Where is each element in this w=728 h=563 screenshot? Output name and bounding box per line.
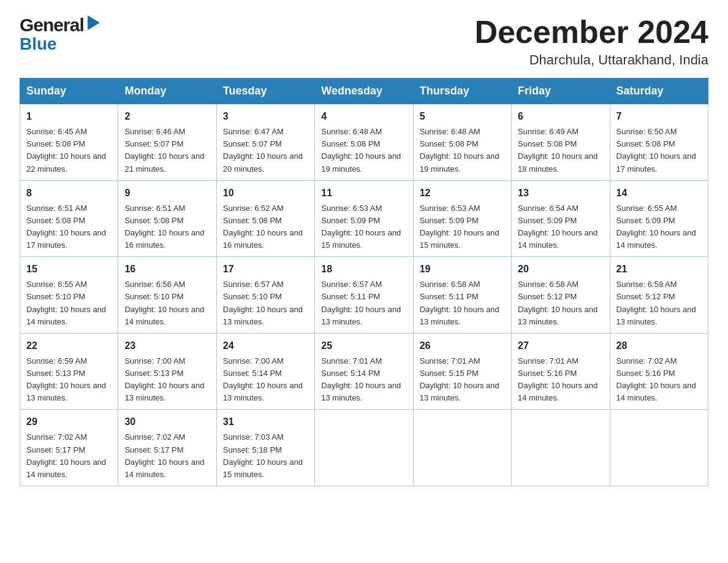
day-number: 11 — [321, 186, 406, 201]
day-number: 4 — [321, 109, 406, 124]
day-number: 31 — [223, 415, 308, 429]
calendar-cell: 18Sunrise: 6:57 AMSunset: 5:11 PMDayligh… — [315, 257, 413, 334]
calendar-table: Sunday Monday Tuesday Wednesday Thursday… — [20, 78, 708, 486]
day-number: 28 — [616, 339, 702, 353]
calendar-cell: 4Sunrise: 6:48 AMSunset: 5:08 PMDaylight… — [315, 104, 413, 181]
logo: General Blue — [20, 15, 100, 53]
calendar-week-4: 22Sunrise: 6:59 AMSunset: 5:13 PMDayligh… — [20, 333, 708, 410]
calendar-cell — [512, 410, 610, 486]
day-number: 13 — [518, 186, 603, 201]
col-monday: Monday — [118, 79, 216, 104]
calendar-cell: 6Sunrise: 6:49 AMSunset: 5:08 PMDaylight… — [512, 104, 610, 181]
day-info: Sunrise: 6:48 AMSunset: 5:08 PMDaylight:… — [420, 126, 505, 175]
col-saturday: Saturday — [610, 79, 708, 104]
day-number: 27 — [518, 339, 603, 353]
day-info: Sunrise: 6:57 AMSunset: 5:11 PMDaylight:… — [321, 278, 406, 328]
col-tuesday: Tuesday — [216, 79, 314, 104]
day-number: 29 — [26, 415, 112, 429]
day-number: 9 — [124, 186, 210, 201]
day-info: Sunrise: 7:03 AMSunset: 5:18 PMDaylight:… — [223, 431, 308, 481]
col-friday: Friday — [512, 79, 610, 104]
day-info: Sunrise: 6:53 AMSunset: 5:09 PMDaylight:… — [420, 202, 505, 252]
day-info: Sunrise: 6:49 AMSunset: 5:08 PMDaylight:… — [518, 126, 603, 175]
day-number: 15 — [26, 262, 112, 277]
calendar-cell: 12Sunrise: 6:53 AMSunset: 5:09 PMDayligh… — [413, 180, 511, 257]
day-info: Sunrise: 7:01 AMSunset: 5:15 PMDaylight:… — [420, 355, 505, 405]
calendar-cell: 16Sunrise: 6:56 AMSunset: 5:10 PMDayligh… — [118, 257, 216, 334]
day-info: Sunrise: 7:02 AMSunset: 5:17 PMDaylight:… — [124, 431, 210, 481]
day-number: 2 — [124, 109, 210, 124]
calendar-cell: 7Sunrise: 6:50 AMSunset: 5:08 PMDaylight… — [610, 104, 708, 181]
calendar-cell: 14Sunrise: 6:55 AMSunset: 5:09 PMDayligh… — [610, 180, 708, 257]
day-info: Sunrise: 6:59 AMSunset: 5:13 PMDaylight:… — [26, 355, 112, 405]
day-number: 14 — [616, 186, 702, 201]
calendar-cell: 11Sunrise: 6:53 AMSunset: 5:09 PMDayligh… — [315, 180, 413, 257]
day-number: 26 — [420, 339, 505, 353]
day-number: 7 — [616, 109, 702, 124]
logo-blue: Blue — [20, 36, 57, 53]
logo-general: General — [20, 15, 84, 36]
day-info: Sunrise: 6:47 AMSunset: 5:07 PMDaylight:… — [223, 126, 308, 175]
calendar-cell: 1Sunrise: 6:45 AMSunset: 5:08 PMDaylight… — [20, 104, 118, 181]
calendar-cell: 24Sunrise: 7:00 AMSunset: 5:14 PMDayligh… — [216, 333, 314, 410]
day-info: Sunrise: 6:51 AMSunset: 5:08 PMDaylight:… — [26, 202, 112, 252]
calendar-cell: 8Sunrise: 6:51 AMSunset: 5:08 PMDaylight… — [20, 180, 118, 257]
calendar-cell — [413, 410, 511, 486]
day-info: Sunrise: 6:59 AMSunset: 5:12 PMDaylight:… — [616, 278, 702, 328]
day-number: 6 — [518, 109, 603, 124]
calendar-cell: 17Sunrise: 6:57 AMSunset: 5:10 PMDayligh… — [216, 257, 314, 334]
calendar-cell: 25Sunrise: 7:01 AMSunset: 5:14 PMDayligh… — [315, 333, 413, 410]
calendar-cell: 10Sunrise: 6:52 AMSunset: 5:08 PMDayligh… — [216, 180, 314, 257]
day-number: 12 — [420, 186, 505, 201]
calendar-cell: 22Sunrise: 6:59 AMSunset: 5:13 PMDayligh… — [20, 333, 118, 410]
svg-marker-0 — [88, 15, 100, 30]
day-number: 16 — [124, 262, 210, 277]
day-number: 20 — [518, 262, 603, 277]
calendar-cell: 9Sunrise: 6:51 AMSunset: 5:08 PMDaylight… — [118, 180, 216, 257]
day-info: Sunrise: 7:02 AMSunset: 5:17 PMDaylight:… — [26, 431, 112, 481]
calendar-cell: 19Sunrise: 6:58 AMSunset: 5:11 PMDayligh… — [413, 257, 511, 334]
calendar-cell: 21Sunrise: 6:59 AMSunset: 5:12 PMDayligh… — [610, 257, 708, 334]
calendar-cell: 2Sunrise: 6:46 AMSunset: 5:07 PMDaylight… — [118, 104, 216, 181]
logo-triangle-icon — [85, 15, 100, 34]
day-number: 23 — [124, 339, 210, 353]
day-info: Sunrise: 6:57 AMSunset: 5:10 PMDaylight:… — [223, 278, 308, 328]
calendar-cell: 5Sunrise: 6:48 AMSunset: 5:08 PMDaylight… — [413, 104, 511, 181]
day-number: 17 — [223, 262, 308, 277]
day-info: Sunrise: 7:02 AMSunset: 5:16 PMDaylight:… — [616, 355, 702, 405]
calendar-cell — [610, 410, 708, 486]
calendar-cell: 15Sunrise: 6:55 AMSunset: 5:10 PMDayligh… — [20, 257, 118, 334]
calendar-cell: 23Sunrise: 7:00 AMSunset: 5:13 PMDayligh… — [118, 333, 216, 410]
day-info: Sunrise: 7:00 AMSunset: 5:13 PMDaylight:… — [124, 355, 210, 405]
day-info: Sunrise: 7:01 AMSunset: 5:16 PMDaylight:… — [518, 355, 603, 405]
calendar-week-3: 15Sunrise: 6:55 AMSunset: 5:10 PMDayligh… — [20, 257, 708, 334]
calendar-cell: 31Sunrise: 7:03 AMSunset: 5:18 PMDayligh… — [216, 410, 314, 486]
day-number: 24 — [223, 339, 308, 353]
day-info: Sunrise: 7:01 AMSunset: 5:14 PMDaylight:… — [321, 355, 406, 405]
day-info: Sunrise: 6:48 AMSunset: 5:08 PMDaylight:… — [321, 126, 406, 175]
location-title: Dharchula, Uttarakhand, India — [474, 52, 708, 68]
page-header: General Blue December 2024 Dharchula, Ut… — [20, 15, 708, 68]
day-info: Sunrise: 6:50 AMSunset: 5:08 PMDaylight:… — [616, 126, 702, 175]
day-number: 1 — [26, 109, 112, 124]
day-number: 19 — [420, 262, 505, 277]
day-info: Sunrise: 6:56 AMSunset: 5:10 PMDaylight:… — [124, 278, 210, 328]
day-number: 25 — [321, 339, 406, 353]
day-info: Sunrise: 6:54 AMSunset: 5:09 PMDaylight:… — [518, 202, 603, 252]
calendar-cell: 30Sunrise: 7:02 AMSunset: 5:17 PMDayligh… — [118, 410, 216, 486]
day-info: Sunrise: 7:00 AMSunset: 5:14 PMDaylight:… — [223, 355, 308, 405]
calendar-cell: 26Sunrise: 7:01 AMSunset: 5:15 PMDayligh… — [413, 333, 511, 410]
calendar-cell: 13Sunrise: 6:54 AMSunset: 5:09 PMDayligh… — [512, 180, 610, 257]
day-info: Sunrise: 6:46 AMSunset: 5:07 PMDaylight:… — [124, 126, 210, 175]
day-number: 30 — [124, 415, 210, 429]
day-info: Sunrise: 6:53 AMSunset: 5:09 PMDaylight:… — [321, 202, 406, 252]
day-info: Sunrise: 6:55 AMSunset: 5:09 PMDaylight:… — [616, 202, 702, 252]
day-number: 8 — [26, 186, 112, 201]
calendar-cell: 29Sunrise: 7:02 AMSunset: 5:17 PMDayligh… — [20, 410, 118, 486]
col-sunday: Sunday — [20, 79, 118, 104]
day-info: Sunrise: 6:58 AMSunset: 5:11 PMDaylight:… — [420, 278, 505, 328]
day-number: 22 — [26, 339, 112, 353]
calendar-week-5: 29Sunrise: 7:02 AMSunset: 5:17 PMDayligh… — [20, 410, 708, 486]
calendar-week-2: 8Sunrise: 6:51 AMSunset: 5:08 PMDaylight… — [20, 180, 708, 257]
col-thursday: Thursday — [413, 79, 511, 104]
